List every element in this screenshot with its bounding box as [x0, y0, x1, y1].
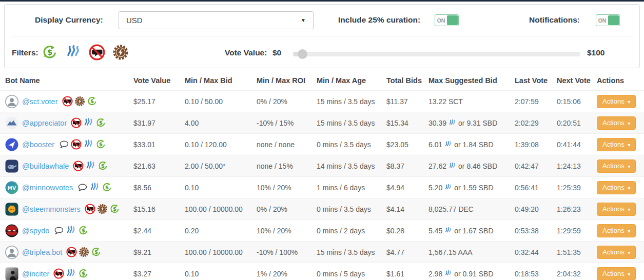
avatar	[5, 224, 18, 237]
actions-button[interactable]: Actions ▾	[597, 267, 636, 280]
bot-name-link[interactable]: @buildawhale	[22, 162, 69, 170]
bot-name-link[interactable]: @minnowvotes	[22, 184, 73, 192]
bot-name-link[interactable]: @inciter	[22, 270, 49, 278]
svg-text:$: $	[47, 48, 53, 57]
no-comment-filter-icon[interactable]	[89, 44, 105, 61]
avatar	[5, 95, 18, 108]
curation-toggle[interactable]: ON	[435, 14, 459, 26]
toggle-on-label: ON	[435, 17, 447, 24]
actions-button[interactable]: Actions ▾	[597, 138, 636, 151]
next-vote-cell: 0:15:06	[552, 91, 592, 112]
sct-icon	[97, 204, 108, 214]
last-vote-cell: 0:42:47	[510, 155, 552, 177]
steem-icon	[444, 184, 452, 191]
min-max-bid-cell: 0.10	[180, 177, 251, 198]
avatar	[5, 267, 18, 280]
column-header-last-vote: Last Vote	[510, 72, 552, 91]
steem-icon	[89, 182, 100, 193]
max-suggested-bid-cell: 8,025.77 DEC	[423, 198, 510, 220]
vote-value-slider[interactable]	[293, 52, 580, 56]
no-comment-icon	[71, 139, 82, 150]
slider-handle[interactable]	[298, 49, 307, 59]
table-row: @booster $ $33.01 0.10 / 120.00 none / n…	[0, 134, 644, 155]
panel-divider	[11, 36, 633, 36]
bot-name-link[interactable]: @triplea.bot	[22, 248, 62, 256]
no-comment-icon	[73, 161, 84, 171]
max-suggested-bid-cell: 2.98 or 0.91 SBD	[423, 263, 510, 280]
min-max-roi-cell: none / none	[251, 134, 311, 155]
bot-table: Bot NameVote ValueMin / Max BidMin / Max…	[0, 72, 644, 280]
curation-label: Include 25% curation:	[338, 15, 420, 25]
no-comment-icon	[66, 247, 77, 257]
last-vote-cell: 0:56:41	[510, 177, 552, 198]
column-header-next-vote: Next Vote	[552, 72, 592, 91]
refund-filter-icon[interactable]: $	[42, 44, 58, 61]
caret-down-icon: ▾	[628, 271, 630, 277]
actions-button[interactable]: Actions ▾	[597, 246, 636, 259]
min-max-roi-cell: 10% / 20%	[251, 220, 311, 242]
column-header-max-suggested-bid: Max Suggested Bid	[423, 72, 510, 91]
max-suggested-bid-cell: 6.01 or 1.84 SBD	[423, 134, 510, 155]
steem-icon	[444, 270, 452, 277]
min-max-roi-cell: 1% / 20%	[251, 263, 311, 280]
refund-icon: $	[78, 268, 89, 279]
min-max-bid-cell: 0.10 / 50.00	[180, 91, 251, 112]
caret-down-icon: ▾	[628, 207, 630, 212]
bot-name-cell: @inciter $	[5, 263, 123, 280]
bot-name-cell: @sct.voter $	[5, 91, 123, 112]
actions-cell: Actions ▾	[592, 112, 644, 134]
notifications-toggle[interactable]: ON	[596, 14, 620, 26]
actions-cell: Actions ▾	[592, 263, 644, 280]
table-row: @appreciator $ $31.97 4.00 -10% / 15% 15…	[0, 112, 644, 134]
sct-filter-icon[interactable]	[112, 44, 129, 61]
bot-name-cell: MV @minnowvotes $	[5, 177, 123, 198]
actions-button[interactable]: Actions ▾	[597, 181, 636, 194]
min-max-roi-cell: 0% / 20%	[251, 198, 311, 220]
currency-select[interactable]: USD ▼	[119, 11, 314, 29]
actions-button[interactable]: Actions ▾	[597, 224, 636, 237]
actions-button[interactable]: Actions ▾	[597, 95, 636, 108]
table-row: @spydo $ $2.44 0.20 10% / 20% 0 mins / 2…	[0, 220, 644, 242]
vote-value-cell: $8.56	[128, 177, 180, 198]
actions-button[interactable]: Actions ▾	[597, 159, 636, 173]
table-row: @steemmonsters $ $15.16 100.00 / 10000.0…	[0, 198, 644, 220]
table-row: @inciter $ $3.27 0.10 1% / 20% 0 mins / …	[0, 263, 644, 280]
steem-icon	[66, 225, 76, 236]
avatar	[5, 159, 18, 173]
table-row: @sct.voter $ $25.17 0.10 / 50.00 0% / 20…	[0, 91, 644, 112]
bot-name-cell: @buildawhale $	[5, 155, 123, 176]
notifications-label: Notifications:	[529, 15, 580, 25]
total-bids-cell: $4.77	[381, 242, 423, 263]
steem-icon	[83, 117, 94, 128]
vote-value-cell: $21.63	[128, 155, 180, 177]
no-comment-icon	[53, 268, 64, 279]
bot-name-link[interactable]: @steemmonsters	[22, 205, 81, 213]
vote-value-cell: $31.97	[128, 112, 180, 134]
steem-filter-icon[interactable]	[65, 44, 82, 61]
steem-icon	[83, 139, 94, 150]
bot-name-link[interactable]: @sct.voter	[22, 97, 58, 106]
avatar	[5, 138, 18, 151]
bot-name-link[interactable]: @appreciator	[22, 119, 67, 127]
bot-name-link[interactable]: @booster	[22, 141, 54, 149]
actions-button[interactable]: Actions ▾	[597, 203, 636, 216]
min-max-roi-cell: 0% / 20%	[251, 91, 311, 112]
comment-icon	[58, 139, 69, 150]
max-suggested-bid-value: 8,025.77 DEC	[428, 205, 474, 213]
caret-down-icon: ▾	[628, 142, 630, 148]
toggle-knob	[608, 15, 619, 25]
min-max-bid-cell: 2.00 / 50.00*	[180, 155, 251, 177]
next-vote-cell: 1:26:23	[552, 198, 592, 220]
max-suggested-bid-value: 1,567.15 AAA	[428, 248, 473, 256]
actions-cell: Actions ▾	[592, 91, 644, 112]
no-comment-icon	[62, 96, 73, 107]
caret-down-icon: ▾	[628, 121, 630, 126]
actions-cell: Actions ▾	[592, 177, 644, 198]
bot-name-link[interactable]: @spydo	[22, 227, 49, 235]
total-bids-cell: $15.34	[381, 112, 423, 134]
column-header-vote-value: Vote Value	[128, 72, 180, 91]
actions-button[interactable]: Actions ▾	[597, 116, 636, 130]
vote-value-cell: $33.01	[128, 134, 180, 155]
column-header-min-max-age: Min / Max Age	[311, 72, 381, 91]
min-max-bid-cell: 4.00	[180, 112, 251, 134]
